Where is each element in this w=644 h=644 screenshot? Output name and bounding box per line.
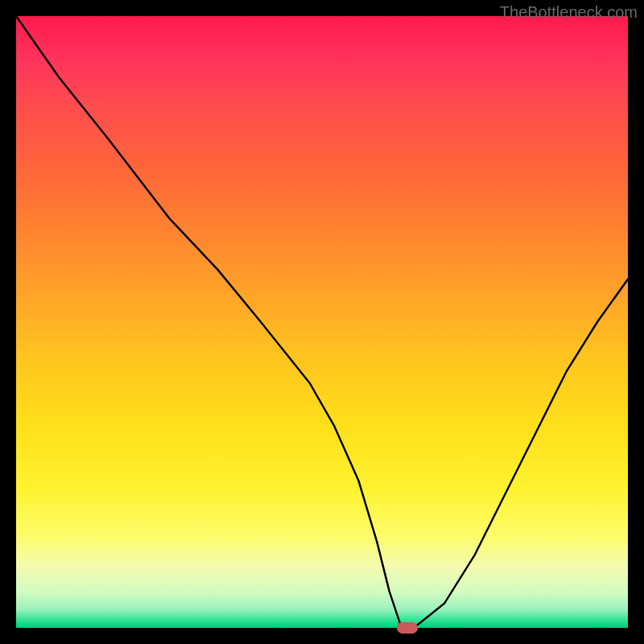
bottleneck-curve [16,16,628,628]
curve-svg [16,16,628,628]
optimal-marker [397,622,418,634]
chart-frame: TheBottleneck.com [0,0,644,644]
watermark-text: TheBottleneck.com [500,3,638,22]
plot-area [16,16,628,628]
